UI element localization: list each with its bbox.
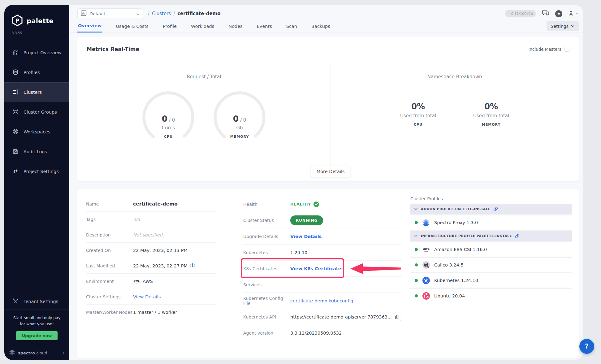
- chat-icon[interactable]: [542, 10, 550, 18]
- namespace-title: Namespace Breakdown: [427, 74, 482, 80]
- content-area: Metrics Real-Time Include Masters Reques…: [69, 33, 583, 358]
- collapse-sidebar-icon[interactable]: ‹: [63, 350, 64, 356]
- breadcrumb-separator: /: [148, 11, 149, 16]
- status-dot: [415, 279, 418, 282]
- profile-item-amazon-ebs-csi[interactable]: aws Amazon EBS CSI 1.16.0: [410, 242, 572, 257]
- tab-events[interactable]: Events: [256, 20, 273, 32]
- sidebar-item-audit-logs[interactable]: Audit Logs: [4, 142, 69, 162]
- sidebar-item-cluster-groups[interactable]: Cluster Groups: [4, 102, 69, 122]
- chevron-down-icon: [136, 11, 140, 17]
- services-value: –: [290, 282, 292, 287]
- chevron-down-icon: [571, 25, 574, 27]
- user-menu[interactable]: [568, 11, 579, 17]
- sidebar-item-label: Workspaces: [24, 129, 50, 134]
- topbar-right: 0.11/100kCh ★: [505, 10, 579, 18]
- cluster-profiles-column: Cluster Profiles ADDON PROFILE PALETTE-I…: [410, 196, 572, 351]
- agent-version-value: 3.3.12/20230509.0532: [290, 331, 342, 336]
- sidebar-item-profiles[interactable]: Profiles: [4, 63, 69, 82]
- addon-profile-group: ADDON PROFILE PALETTE-INSTALL Spectro Pr…: [410, 204, 572, 230]
- tab-backups[interactable]: Backups: [311, 20, 331, 32]
- details-middle-column: Health HEALTHY Cluster Status RUNNING Up…: [243, 196, 402, 351]
- cluster-profiles-title: Cluster Profiles: [410, 196, 572, 201]
- profiles-icon: [12, 69, 19, 76]
- topbar: Default / Clusters / certificate-demo 0.…: [69, 5, 583, 20]
- row-label: Cluster Status: [243, 218, 290, 223]
- help-button[interactable]: ?: [579, 339, 594, 354]
- brand-row: P palette: [4, 5, 69, 29]
- profile-item-kubernetes[interactable]: Kubernetes 1.24.10: [410, 273, 572, 288]
- row-name: Name certificate-demo: [86, 196, 216, 212]
- info-icon[interactable]: i: [190, 263, 195, 268]
- row-label: Kubernetes API: [243, 314, 290, 319]
- sidebar-footer: spectro cloud ‹: [4, 346, 69, 360]
- view-k8s-certificates-link[interactable]: View K8s Certificates: [290, 266, 344, 271]
- spectro-proxy-icon: [422, 219, 430, 227]
- tags-value: n/a: [133, 217, 140, 222]
- infrastructure-profile-group: INFRASTRUCTURE PROFILE PALETTE-INSTALL a…: [410, 231, 572, 303]
- copy-icon[interactable]: [393, 313, 401, 321]
- aws-icon: aws: [133, 279, 140, 284]
- upgrade-view-details-link[interactable]: View Details: [290, 234, 322, 239]
- status-dot: [415, 294, 418, 297]
- cluster-settings-view-details-link[interactable]: View Details: [133, 294, 161, 299]
- master-worker-value: 1 master / 1 worker: [133, 310, 177, 315]
- calico-icon: [422, 261, 430, 269]
- profile-item-calico[interactable]: Calico 3.24.5: [410, 258, 572, 272]
- chevron-down-icon: [414, 208, 418, 210]
- settings-button[interactable]: Settings: [547, 21, 579, 31]
- gear-icon: [12, 168, 19, 175]
- kubeconfig-link[interactable]: certificate-demo.kubeconfig: [290, 298, 353, 303]
- profile-item-ubuntu[interactable]: Ubuntu 20.04: [410, 289, 572, 303]
- row-label: Created On: [86, 248, 133, 253]
- tab-usage-costs[interactable]: Usage & Costs: [115, 20, 149, 32]
- row-label: Name: [86, 202, 133, 206]
- breadcrumb-separator: /: [173, 11, 175, 16]
- cluster-groups-icon: [12, 109, 19, 116]
- row-master-worker-nodes: Master/Worker Nodes 1 master / 1 worker: [86, 305, 216, 320]
- tab-scan[interactable]: Scan: [286, 20, 298, 32]
- breadcrumb-clusters-link[interactable]: Clusters: [152, 11, 171, 16]
- metrics-card-header: Metrics Real-Time Include Masters: [77, 37, 579, 62]
- tab-nodes[interactable]: Nodes: [228, 20, 243, 32]
- more-details-button[interactable]: More Details: [311, 166, 350, 177]
- link-icon[interactable]: [515, 234, 520, 238]
- spectro-cloud-wordmark: spectro cloud: [18, 351, 47, 355]
- sidebar-item-project-overview[interactable]: Project Overview: [4, 43, 69, 63]
- sidebar-item-project-settings[interactable]: Project Settings: [4, 162, 69, 181]
- link-icon[interactable]: [493, 207, 498, 211]
- cpu-gauge-label: CPU: [141, 135, 196, 139]
- sidebar-item-tenant-settings[interactable]: Tenant Settings: [4, 293, 69, 310]
- breadcrumb-current: certificate-demo: [177, 11, 220, 16]
- ubuntu-icon: [422, 292, 430, 300]
- row-cluster-settings: Cluster Settings View Details: [86, 289, 216, 305]
- project-selector[interactable]: Default: [77, 8, 143, 19]
- row-kubernetes-api: Kubernetes API https://certificate-demo-…: [243, 309, 402, 325]
- annotation-arrow: [350, 263, 402, 275]
- sidebar-item-clusters[interactable]: Clusters: [4, 82, 69, 102]
- row-label: Environment: [86, 279, 133, 284]
- star-badge-icon[interactable]: ★: [555, 10, 562, 17]
- profile-item-spectro-proxy[interactable]: Spectro Proxy 1.3.0: [410, 215, 572, 230]
- sidebar-item-workspaces[interactable]: Workspaces: [4, 122, 69, 142]
- row-agent-version: Agent version 3.3.12/20230509.0532: [243, 325, 402, 341]
- row-label: Kubernetes: [243, 250, 290, 255]
- memory-caption: Used from total: [466, 113, 516, 119]
- spectro-cloud-logo-icon: [9, 349, 15, 357]
- upgrade-now-button[interactable]: Upgrade now: [16, 331, 57, 340]
- cluster-profiles-panel: ADDON PROFILE PALETTE-INSTALL Spectro Pr…: [410, 204, 572, 303]
- sidebar-item-label: Project Overview: [24, 50, 62, 55]
- infrastructure-profile-group-header[interactable]: INFRASTRUCTURE PROFILE PALETTE-INSTALL: [410, 231, 572, 241]
- aws-icon: aws: [422, 245, 430, 254]
- kubernetes-api-value: https://certificate-demo-apiserver-78793…: [290, 314, 392, 319]
- tab-workloads[interactable]: Workloads: [190, 20, 215, 32]
- tab-overview[interactable]: Overview: [77, 20, 102, 32]
- include-masters-checkbox[interactable]: [564, 47, 569, 52]
- memory-gauge-label: MEMORY: [212, 135, 267, 139]
- profile-item-label: Kubernetes 1.24.10: [434, 278, 478, 283]
- promo-text: Start small and only pay for what you us…: [7, 315, 66, 327]
- memory-gauge-value: 0: [233, 114, 239, 124]
- addon-profile-group-header[interactable]: ADDON PROFILE PALETTE-INSTALL: [410, 204, 572, 214]
- metrics-body: Request / Total 0 / 0 Cores CPU: [77, 62, 579, 181]
- project-selector-value: Default: [89, 11, 133, 16]
- tab-profile[interactable]: Profile: [162, 20, 177, 32]
